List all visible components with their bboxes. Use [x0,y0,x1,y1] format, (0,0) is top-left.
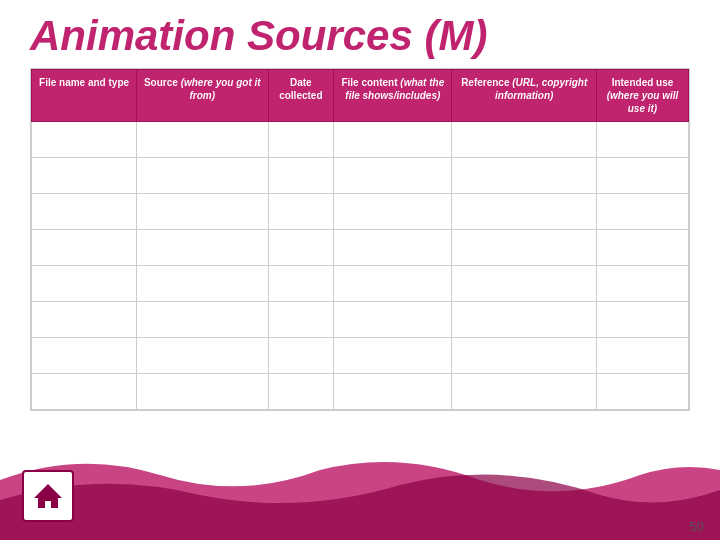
table-row [32,122,689,158]
cell [137,302,268,338]
cell [137,194,268,230]
cell [452,194,597,230]
cell [334,230,452,266]
cell [596,302,688,338]
cell [334,338,452,374]
cell [32,338,137,374]
cell [452,266,597,302]
cell [452,374,597,410]
table-row [32,266,689,302]
cell [452,338,597,374]
page-title: Animation Sources (M) [0,0,720,68]
cell [137,266,268,302]
cell [334,374,452,410]
table-header-row: File name and type Source (where you got… [32,70,689,122]
cell [137,338,268,374]
cell [452,230,597,266]
cell [137,158,268,194]
cell [268,374,334,410]
table-row [32,302,689,338]
home-icon [32,480,64,512]
cell [334,158,452,194]
cell [32,158,137,194]
cell [452,302,597,338]
cell [334,266,452,302]
table-row [32,338,689,374]
cell [452,122,597,158]
col-header-intended-use: Intended use (where you will use it) [596,70,688,122]
cell [268,266,334,302]
cell [32,266,137,302]
cell [137,230,268,266]
svg-marker-0 [34,484,62,508]
cell [596,230,688,266]
cell [32,302,137,338]
bottom-decoration [0,450,720,540]
cell [452,158,597,194]
cell [268,230,334,266]
cell [32,374,137,410]
cell [596,266,688,302]
page-container: Animation Sources (M) File name and type… [0,0,720,540]
cell [137,374,268,410]
cell [334,194,452,230]
table-row [32,230,689,266]
cell [137,122,268,158]
cell [596,158,688,194]
cell [268,194,334,230]
cell [334,122,452,158]
table-row [32,374,689,410]
cell [334,302,452,338]
col-header-content: File content (what the file shows/includ… [334,70,452,122]
cell [268,158,334,194]
cell [268,122,334,158]
col-header-source: Source (where you got it from) [137,70,268,122]
col-header-date: Date collected [268,70,334,122]
cell [596,194,688,230]
col-header-filename: File name and type [32,70,137,122]
sources-table: File name and type Source (where you got… [31,69,689,410]
page-number: 50 [690,519,704,534]
cell [32,194,137,230]
cell [32,122,137,158]
col-header-reference: Reference (URL, copyright information) [452,70,597,122]
cell [596,374,688,410]
cell [268,338,334,374]
cell [32,230,137,266]
cell [268,302,334,338]
cell [596,338,688,374]
table-row [32,194,689,230]
table-row [32,158,689,194]
cell [596,122,688,158]
home-button[interactable] [22,470,74,522]
sources-table-wrapper: File name and type Source (where you got… [30,68,690,411]
